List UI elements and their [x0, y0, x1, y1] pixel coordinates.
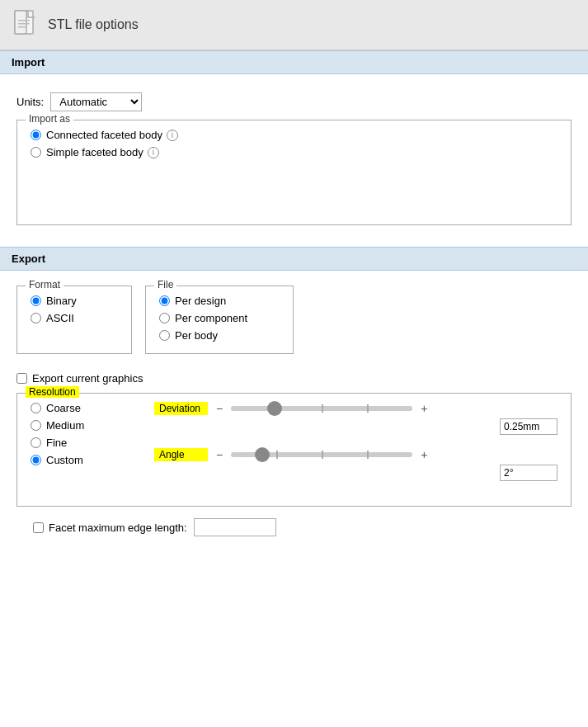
angle-minus[interactable]: − [214, 448, 224, 461]
export-graphics-checkbox[interactable] [16, 373, 27, 384]
units-select[interactable]: Automatic Millimeters Inches [50, 92, 142, 111]
facet-label[interactable]: Facet maximum edge length: [49, 522, 187, 534]
coarse-row: Coarse [31, 402, 146, 414]
per-component-label[interactable]: Per component [175, 312, 247, 324]
format-legend: Format [26, 279, 64, 290]
custom-row: Custom [31, 454, 146, 466]
angle-track[interactable] [231, 452, 412, 457]
units-label: Units: [16, 96, 44, 108]
connected-label[interactable]: Connected faceted body [46, 129, 162, 141]
binary-label[interactable]: Binary [46, 295, 77, 307]
binary-row: Binary [31, 295, 118, 307]
ascii-label[interactable]: ASCII [46, 312, 74, 324]
file-icon [13, 10, 40, 40]
fine-label[interactable]: Fine [46, 437, 67, 449]
svg-rect-1 [15, 11, 26, 34]
per-design-radio[interactable] [159, 295, 170, 306]
import-as-fieldset: Import as Connected faceted body i Simpl… [16, 120, 572, 225]
angle-thumb[interactable] [255, 447, 270, 462]
deviation-label-row: Deviation − + [154, 402, 557, 415]
angle-block: Angle − + [154, 448, 557, 481]
simple-faceted-row: Simple faceted body i [31, 146, 557, 158]
deviation-thumb[interactable] [267, 401, 282, 416]
per-design-row: Per design [159, 295, 280, 307]
fine-radio[interactable] [31, 437, 41, 448]
svg-rect-2 [18, 20, 30, 21]
angle-label: Angle [154, 448, 208, 461]
resolution-fieldset: Resolution Coarse Medium Fine [16, 393, 572, 507]
medium-row: Medium [31, 419, 146, 432]
facet-checkbox[interactable] [33, 522, 44, 533]
binary-radio[interactable] [31, 295, 41, 306]
deviation-label: Deviation [154, 402, 208, 415]
angle-label-row: Angle − + [154, 448, 557, 461]
resolution-content: Coarse Medium Fine Custom [31, 402, 557, 494]
per-body-label[interactable]: Per body [175, 329, 218, 342]
resolution-radios: Coarse Medium Fine Custom [31, 402, 146, 494]
coarse-label[interactable]: Coarse [46, 402, 81, 414]
export-section: Format Binary ASCII File Per design [0, 281, 588, 563]
per-component-row: Per component [159, 312, 280, 324]
simple-label[interactable]: Simple faceted body [46, 146, 143, 158]
dialog-header: STL file options [0, 0, 588, 50]
medium-radio[interactable] [31, 420, 41, 431]
svg-rect-3 [18, 23, 30, 25]
coarse-radio[interactable] [31, 403, 41, 413]
deviation-slider-controls: − + [214, 402, 429, 415]
deviation-block: Deviation − + [154, 402, 557, 435]
ascii-radio[interactable] [31, 313, 41, 323]
facet-row: Facet maximum edge length: [16, 518, 572, 536]
file-legend: File [154, 279, 176, 290]
connected-faceted-row: Connected faceted body i [31, 129, 557, 141]
connected-info-icon[interactable]: i [167, 130, 178, 141]
simple-radio[interactable] [31, 147, 41, 158]
per-component-radio[interactable] [159, 313, 170, 323]
angle-plus[interactable]: + [419, 448, 429, 461]
dialog-title: STL file options [48, 17, 139, 32]
resolution-sliders: Deviation − + [146, 402, 557, 494]
import-as-legend: Import as [26, 113, 73, 125]
per-design-label[interactable]: Per design [175, 295, 226, 307]
medium-label[interactable]: Medium [46, 419, 84, 432]
svg-rect-4 [18, 26, 26, 28]
import-section-header: Import [0, 50, 588, 74]
units-row: Units: Automatic Millimeters Inches [16, 92, 572, 111]
per-body-radio[interactable] [159, 330, 170, 341]
facet-value-input[interactable] [194, 518, 276, 536]
angle-slider-controls: − + [214, 448, 429, 461]
deviation-value-input[interactable] [500, 418, 557, 435]
deviation-minus[interactable]: − [214, 402, 224, 415]
export-section-header: Export [0, 247, 588, 271]
fine-row: Fine [31, 437, 146, 449]
format-fieldset: Format Binary ASCII [16, 286, 132, 354]
connected-radio[interactable] [31, 130, 41, 140]
per-body-row: Per body [159, 329, 280, 342]
deviation-track[interactable] [231, 406, 412, 411]
angle-value-input[interactable] [500, 465, 557, 481]
simple-info-icon[interactable]: i [148, 147, 159, 158]
custom-label[interactable]: Custom [46, 454, 83, 466]
file-fieldset: File Per design Per component Per body [145, 286, 294, 354]
import-section: Units: Automatic Millimeters Inches Impo… [0, 84, 588, 247]
resolution-legend: Resolution [26, 386, 79, 398]
deviation-plus[interactable]: + [419, 402, 429, 415]
format-file-row: Format Binary ASCII File Per design [16, 286, 572, 362]
export-graphics-label[interactable]: Export current graphics [32, 372, 143, 385]
ascii-row: ASCII [31, 312, 118, 324]
export-graphics-row: Export current graphics [16, 372, 572, 385]
custom-radio[interactable] [31, 455, 41, 465]
